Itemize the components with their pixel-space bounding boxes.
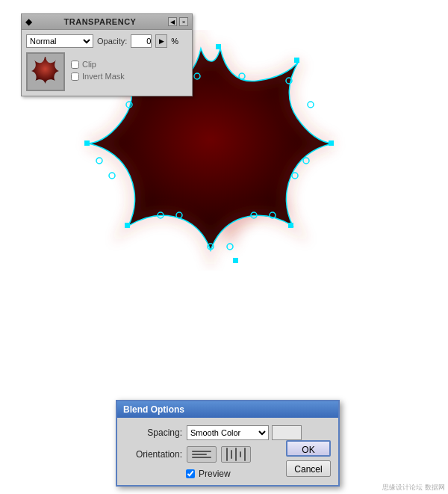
transparency-content: Normal Multiply Screen Opacity: ▶ % — [22, 30, 192, 96]
invert-mask-row: Invert Mask — [71, 72, 125, 81]
spacing-color-box — [272, 425, 302, 440]
svg-rect-6 — [84, 141, 90, 146]
invert-mask-checkbox[interactable] — [71, 72, 79, 81]
collapse-btn[interactable]: ◀ — [168, 17, 177, 26]
canvas-area: ◆ TRANSPARENCY ◀ × Normal Multiply Scree… — [0, 0, 448, 381]
svg-point-17 — [109, 173, 115, 179]
ok-button[interactable]: OK — [286, 440, 331, 457]
clip-row: Clip — [71, 60, 125, 69]
close-btn[interactable]: × — [179, 17, 188, 26]
clip-label: Clip — [82, 60, 96, 69]
transparency-title-bar: ◆ TRANSPARENCY ◀ × — [22, 14, 192, 30]
transparency-icon: ◆ — [25, 16, 32, 27]
svg-rect-1 — [294, 58, 299, 63]
svg-point-12 — [308, 102, 314, 108]
orientation-horizontal-btn[interactable] — [187, 446, 217, 463]
clip-section: Clip Invert Mask — [71, 52, 125, 81]
spacing-label: Spacing: — [126, 427, 182, 438]
blend-mode-row: Normal Multiply Screen Opacity: ▶ % — [26, 34, 187, 48]
preview-checkbox[interactable] — [186, 469, 195, 478]
invert-mask-label: Invert Mask — [82, 72, 125, 81]
preview-label: Preview — [199, 469, 231, 479]
orientation-label: Orientation: — [126, 449, 182, 460]
cancel-button[interactable]: Cancel — [286, 460, 331, 477]
opacity-percent: % — [171, 37, 178, 46]
svg-point-16 — [96, 158, 102, 164]
svg-rect-5 — [125, 223, 130, 228]
blend-mode-select[interactable]: Normal Multiply Screen — [26, 34, 93, 48]
opacity-label: Opacity: — [97, 37, 127, 46]
svg-rect-4 — [233, 258, 238, 263]
spacing-row: Spacing: Smooth Color Specified Steps Sp… — [126, 425, 329, 440]
svg-rect-2 — [329, 141, 334, 146]
spacing-select[interactable]: Smooth Color Specified Steps Specified D… — [187, 425, 269, 440]
opacity-arrow-btn[interactable]: ▶ — [155, 34, 167, 48]
svg-rect-0 — [216, 44, 221, 49]
blend-dialog-title: Blend Options — [117, 401, 338, 418]
blend-options-dialog: Blend Options OK Cancel Spacing: Smooth … — [116, 400, 340, 487]
transparency-panel: ◆ TRANSPARENCY ◀ × Normal Multiply Scree… — [21, 13, 193, 96]
thumbnail-row: Clip Invert Mask — [26, 52, 187, 91]
opacity-input[interactable] — [131, 34, 152, 48]
dialog-buttons: OK Cancel — [286, 440, 331, 477]
orientation-vertical-btn[interactable] — [221, 446, 251, 463]
transparency-title: TRANSPARENCY — [64, 17, 137, 26]
svg-rect-3 — [288, 223, 293, 228]
watermark: 思缘设计论坛 数据网 — [379, 481, 448, 494]
thumbnail — [26, 52, 65, 91]
clip-checkbox[interactable] — [71, 61, 79, 69]
blend-dialog-content: OK Cancel Spacing: Smooth Color Specifie… — [117, 418, 338, 485]
